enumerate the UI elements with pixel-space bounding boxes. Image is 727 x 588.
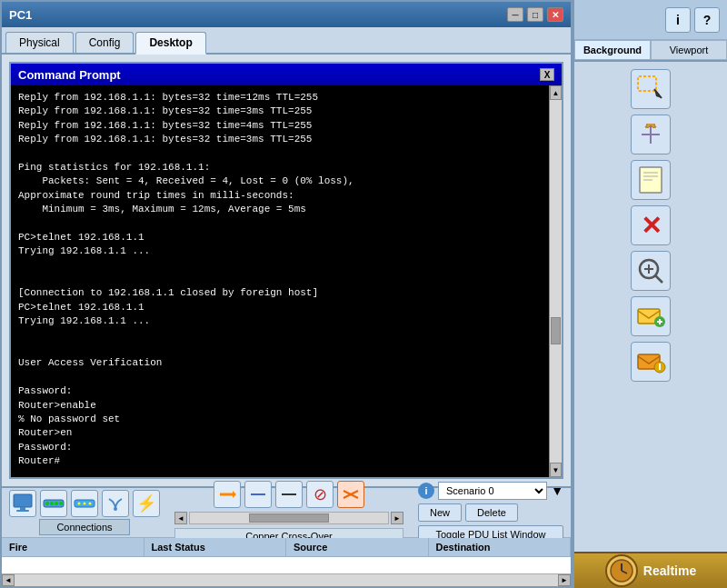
lightning-tool-icon[interactable]: ⚡ [133, 490, 160, 517]
inspect-pdu-button[interactable] [631, 342, 671, 382]
scenario-controls: i Scenario 0 ▼ New Delete Toggle PDU Lis… [418, 482, 563, 543]
no-cable-icon[interactable]: ⊘ [306, 481, 334, 508]
crossover-cable-icon[interactable] [337, 481, 364, 508]
pdu-table-area: Fire Last Status Source Destination ◄ ► [2, 538, 571, 586]
svg-marker-15 [654, 89, 662, 98]
move-tool-svg [634, 118, 667, 151]
scroll-track [550, 100, 562, 463]
tab-bar: Physical Config Desktop [2, 27, 571, 55]
tab-background[interactable]: Background [574, 40, 651, 60]
scenario-dropdown-icon[interactable]: ▼ [551, 483, 563, 498]
svg-rect-30 [659, 365, 661, 370]
select-tool-svg [634, 73, 667, 105]
svg-point-11 [89, 503, 92, 505]
cmd-output[interactable]: Reply from 192.168.1.1: bytes=32 time=12… [11, 85, 549, 477]
svg-rect-0 [14, 494, 32, 507]
tab-viewport[interactable]: Viewport [651, 40, 727, 60]
note-tool-button[interactable] [631, 160, 671, 200]
tab-physical[interactable]: Physical [5, 32, 74, 53]
help-button[interactable]: ? [694, 7, 720, 33]
svg-point-12 [114, 507, 117, 511]
scroll-up-button[interactable]: ▲ [550, 85, 562, 100]
straight-cable-svg [247, 483, 269, 505]
info-help-button[interactable]: i [665, 7, 691, 33]
console-cable-icon[interactable] [275, 481, 303, 508]
minimize-button[interactable]: ─ [507, 7, 523, 22]
title-bar: PC1 ─ □ ✕ [2, 2, 571, 27]
svg-point-9 [78, 503, 81, 505]
cmd-title: Command Prompt [18, 68, 540, 82]
pdu-table-header: Fire Last Status Source Destination [2, 538, 571, 557]
cable-scroll-thumb[interactable] [249, 513, 328, 523]
pc-svg [11, 492, 35, 515]
select-tool-button[interactable] [631, 69, 671, 109]
cmd-close-button[interactable]: X [540, 68, 554, 81]
cable-scroll-row: ◄ ► [174, 512, 403, 524]
cmd-body: Reply from 192.168.1.1: bytes=32 time=12… [11, 85, 562, 477]
inspect-pdu-svg [634, 345, 667, 378]
scroll-thumb[interactable] [551, 317, 561, 344]
svg-point-7 [59, 502, 63, 505]
cmd-window: Command Prompt X Reply from 192.168.1.1:… [9, 62, 563, 479]
auto-cable-icon[interactable] [214, 481, 241, 508]
right-tools: ✕ [574, 62, 727, 552]
connections-label: Connections [39, 519, 129, 535]
svg-line-21 [655, 275, 662, 283]
maximize-button[interactable]: □ [527, 7, 543, 22]
svg-rect-1 [20, 507, 25, 510]
delete-tool-button[interactable]: ✕ [631, 205, 671, 245]
pdu-hscroll: ◄ ► [2, 573, 571, 586]
move-tool-button[interactable] [631, 115, 671, 154]
bottom-toolbar: ⚡ Connections [2, 486, 571, 586]
svg-rect-14 [638, 76, 656, 91]
scroll-down-button[interactable]: ▼ [550, 463, 562, 477]
delete-scenario-button[interactable]: Delete [465, 503, 518, 522]
svg-marker-13 [233, 491, 236, 498]
pdu-col-status: Last Status [144, 538, 287, 556]
zoom-tool-button[interactable] [631, 251, 671, 291]
content-area: Command Prompt X Reply from 192.168.1.1:… [2, 55, 571, 486]
cable-scroll-track [189, 512, 389, 524]
cable-scroll-left[interactable]: ◄ [174, 512, 187, 524]
pdu-table-body [2, 557, 571, 573]
svg-rect-2 [16, 510, 29, 512]
device-pc-icon[interactable] [9, 490, 36, 517]
tab-config[interactable]: Config [75, 32, 134, 53]
device-hub-icon[interactable] [71, 490, 98, 517]
clock-svg [609, 558, 634, 583]
svg-point-5 [50, 502, 54, 505]
window-title: PC1 [9, 8, 507, 22]
svg-point-4 [45, 502, 49, 505]
main-window: PC1 ─ □ ✕ Physical Config Desktop Comman… [0, 0, 573, 588]
hub-svg [73, 492, 96, 515]
cable-tool-icons: ⊘ [174, 481, 403, 508]
device-switch-icon[interactable] [40, 490, 67, 517]
straight-cable-icon[interactable] [244, 481, 272, 508]
zoom-tool-svg [634, 254, 667, 287]
info-icon[interactable]: i [418, 483, 434, 499]
switch-svg [42, 492, 65, 515]
pdu-scroll-right[interactable]: ► [558, 574, 571, 586]
new-scenario-button[interactable]: New [418, 503, 462, 522]
device-icons-row: ⚡ [9, 490, 160, 517]
svg-point-10 [84, 503, 86, 505]
toolbar-top: ⚡ Connections [2, 488, 571, 538]
svg-point-6 [55, 502, 58, 505]
pdu-col-fire: Fire [2, 538, 144, 556]
svg-rect-31 [659, 364, 661, 365]
add-pdu-button[interactable] [631, 296, 671, 336]
cable-scroll-right[interactable]: ► [391, 512, 403, 524]
device-wireless-icon[interactable] [102, 490, 129, 517]
close-button[interactable]: ✕ [547, 7, 563, 22]
realtime-bar[interactable]: Realtime [574, 552, 727, 588]
console-cable-svg [278, 483, 300, 505]
right-panel: i ? Background Viewport [573, 0, 727, 588]
scenario-select[interactable]: Scenario 0 [438, 482, 547, 500]
tab-desktop[interactable]: Desktop [135, 32, 205, 55]
crossover-cable-svg [340, 483, 362, 505]
auto-cable-svg [216, 483, 238, 505]
pdu-scroll-left[interactable]: ◄ [2, 574, 15, 586]
right-top-bar: i ? [574, 0, 727, 40]
scenario-buttons: New Delete [418, 503, 563, 522]
pdu-scroll-track [15, 574, 558, 586]
